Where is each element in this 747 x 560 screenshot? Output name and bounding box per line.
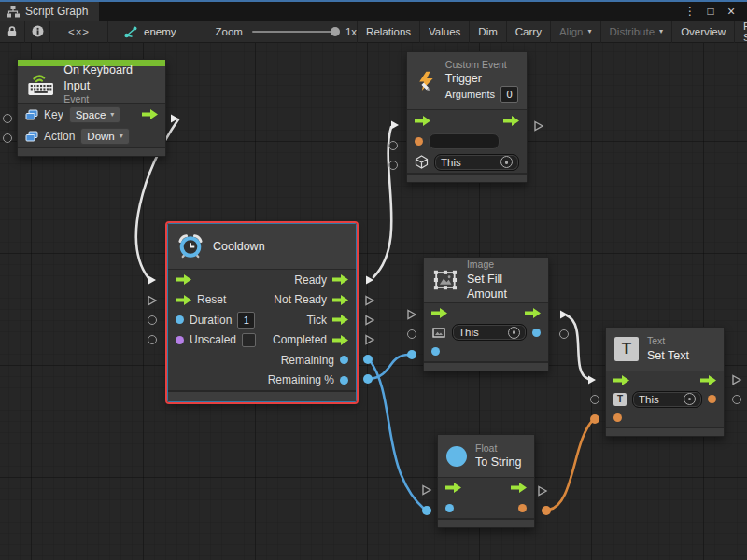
key-dropdown[interactable]: Space▾ bbox=[69, 106, 121, 123]
keyboard-action-port-outer[interactable] bbox=[3, 133, 12, 143]
float-exit-port-outer[interactable] bbox=[538, 485, 548, 497]
distribute-button[interactable]: Distribute▾ bbox=[601, 21, 673, 43]
remaining-pct-port[interactable] bbox=[340, 376, 348, 385]
inspect-button[interactable] bbox=[25, 21, 50, 43]
target-picker-icon bbox=[684, 393, 696, 405]
float-enter-port-outer[interactable] bbox=[422, 484, 432, 496]
port-row-duration-tick: Duration 1 Tick bbox=[168, 310, 356, 330]
lock-button[interactable] bbox=[0, 21, 25, 43]
enter-port[interactable] bbox=[445, 483, 461, 493]
enter-port[interactable] bbox=[415, 116, 430, 126]
zoom-value: 1x bbox=[345, 26, 357, 37]
cooldown-reset-port-outer[interactable] bbox=[148, 295, 158, 306]
enter-port[interactable] bbox=[613, 375, 629, 385]
values-button[interactable]: Values bbox=[420, 21, 470, 43]
cooldown-ready-port-outer[interactable] bbox=[365, 274, 375, 286]
output-port[interactable] bbox=[532, 329, 541, 337]
keyboard-key-port-outer[interactable] bbox=[3, 114, 12, 123]
port-row-enter-ready: Ready bbox=[168, 270, 356, 290]
overview-button[interactable]: Overview bbox=[672, 21, 735, 43]
tick-port[interactable] bbox=[332, 315, 348, 325]
node-cooldown[interactable]: Cooldown Ready Reset Not Ready bbox=[167, 223, 357, 402]
node-footer bbox=[438, 518, 534, 527]
maximize-icon[interactable]: □ bbox=[702, 5, 719, 18]
custom-event-enter-port-outer[interactable] bbox=[390, 119, 401, 131]
unscaled-port[interactable] bbox=[176, 336, 184, 344]
cooldown-notready-port-outer[interactable] bbox=[365, 295, 375, 306]
image-exit-port-outer[interactable] bbox=[559, 309, 570, 320]
reset-port[interactable] bbox=[176, 295, 191, 305]
cooldown-unscaled-port-outer[interactable] bbox=[148, 335, 157, 344]
cooldown-duration-port-outer[interactable] bbox=[148, 315, 157, 325]
arguments-stepper[interactable]: 0 bbox=[500, 86, 518, 103]
notready-port[interactable] bbox=[332, 295, 348, 305]
node-text-set-text[interactable]: T Text Set Text T This bbox=[605, 327, 725, 437]
remaining-port[interactable] bbox=[340, 356, 348, 364]
fullscreen-button[interactable]: Full Screen bbox=[735, 21, 747, 43]
target-dropdown[interactable]: This bbox=[632, 391, 702, 408]
node-custom-event-trigger[interactable]: Custom Event Trigger Arguments 0 bbox=[406, 51, 528, 183]
image-target-port-outer[interactable] bbox=[407, 329, 416, 339]
text-output-port-outer[interactable] bbox=[732, 395, 741, 404]
keyboard-trigger-port-outer[interactable] bbox=[170, 113, 180, 124]
port-row-target: This bbox=[407, 152, 527, 173]
input-port[interactable] bbox=[445, 504, 454, 512]
amount-port[interactable] bbox=[431, 347, 440, 356]
zoom-slider-handle[interactable] bbox=[331, 27, 340, 36]
code-view-button[interactable]: <×> bbox=[50, 21, 108, 43]
zoom-slider[interactable] bbox=[252, 31, 338, 33]
text-exit-port-outer[interactable] bbox=[732, 374, 742, 385]
target-dropdown[interactable]: This bbox=[434, 154, 519, 171]
exit-port[interactable] bbox=[503, 116, 519, 126]
ready-port[interactable] bbox=[332, 274, 348, 285]
action-dropdown[interactable]: Down▾ bbox=[80, 128, 129, 145]
exit-port[interactable] bbox=[700, 375, 716, 385]
relations-button[interactable]: Relations bbox=[358, 21, 420, 43]
node-on-keyboard-input[interactable]: On Keyboard Input Event Key Space▾ bbox=[17, 59, 166, 157]
graph-breadcrumb[interactable]: enemy bbox=[123, 25, 176, 38]
image-output-port-outer[interactable] bbox=[559, 329, 569, 339]
result-port[interactable] bbox=[518, 504, 527, 512]
target-dropdown[interactable]: This bbox=[452, 324, 527, 341]
cooldown-remaining-port-outer[interactable] bbox=[363, 355, 373, 364]
unscaled-checkbox[interactable] bbox=[242, 333, 256, 347]
cooldown-completed-port-outer[interactable] bbox=[365, 334, 375, 345]
cooldown-enter-port-outer[interactable] bbox=[148, 274, 158, 286]
close-icon[interactable]: × bbox=[723, 4, 740, 19]
port-row-exec bbox=[424, 303, 548, 323]
node-body: This bbox=[424, 303, 548, 361]
custom-event-argument-port-outer[interactable] bbox=[388, 141, 398, 150]
float-input-port-outer[interactable] bbox=[422, 506, 431, 515]
cooldown-tick-port-outer[interactable] bbox=[365, 315, 375, 326]
argument-field[interactable] bbox=[429, 133, 500, 149]
image-amount-port-outer[interactable] bbox=[407, 350, 416, 359]
enter-port[interactable] bbox=[176, 274, 191, 285]
output-port[interactable] bbox=[708, 395, 716, 403]
align-button[interactable]: Align▾ bbox=[551, 21, 601, 43]
custom-event-target-port-outer[interactable] bbox=[388, 161, 398, 170]
tick-port-label: Tick bbox=[306, 314, 327, 327]
cooldown-remaining-pct-port-outer[interactable] bbox=[363, 374, 373, 384]
text-enter-port-outer[interactable] bbox=[587, 374, 598, 385]
float-result-port-outer[interactable] bbox=[542, 506, 551, 515]
exit-port[interactable] bbox=[525, 308, 541, 318]
duration-field[interactable]: 1 bbox=[237, 312, 255, 329]
image-enter-port-outer[interactable] bbox=[407, 309, 417, 320]
dim-button[interactable]: Dim bbox=[470, 21, 506, 43]
exit-port[interactable] bbox=[511, 483, 527, 493]
node-float-to-string[interactable]: Float To String bbox=[437, 434, 535, 528]
trigger-port[interactable] bbox=[142, 109, 158, 119]
carry-button[interactable]: Carry bbox=[507, 21, 551, 43]
custom-event-exit-port-outer[interactable] bbox=[534, 120, 544, 132]
duration-port[interactable] bbox=[176, 315, 184, 324]
text-target-port-outer[interactable] bbox=[590, 395, 599, 404]
text-text-port-outer[interactable] bbox=[590, 414, 599, 424]
node-image-set-fill-amount[interactable]: Image Set Fill Amount This bbox=[423, 257, 549, 371]
text-port[interactable] bbox=[613, 413, 622, 422]
enter-port[interactable] bbox=[431, 308, 447, 318]
completed-port[interactable] bbox=[332, 335, 348, 345]
graph-canvas[interactable]: On Keyboard Input Event Key Space▾ bbox=[0, 43, 747, 560]
tab-script-graph[interactable]: Script Graph bbox=[0, 2, 99, 21]
window-menu-icon[interactable]: ⋮ bbox=[682, 5, 698, 18]
argument-port[interactable] bbox=[415, 137, 423, 146]
